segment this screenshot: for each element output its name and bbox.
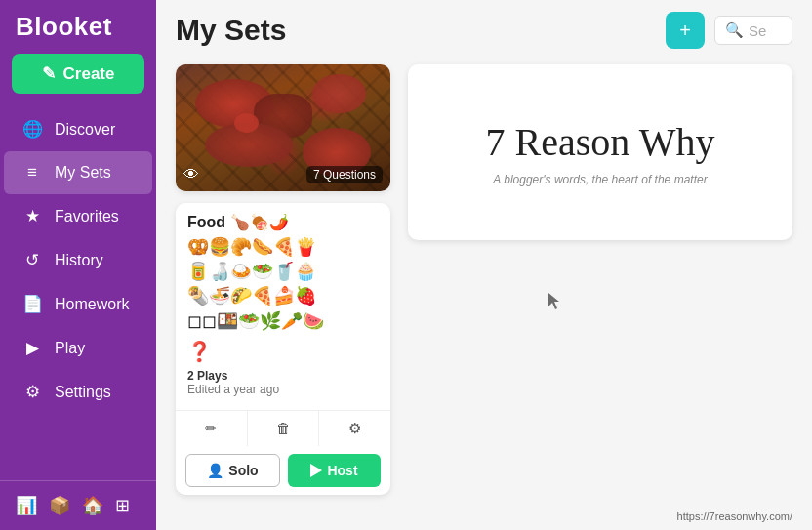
delete-button[interactable]: 🗑 xyxy=(248,411,320,446)
sidebar-label-history: History xyxy=(55,252,103,269)
gear-icon: ⚙ xyxy=(348,420,361,437)
header-right: + 🔍 Se xyxy=(666,12,792,49)
create-label: Create xyxy=(63,64,115,84)
card-image: 👁 7 Questions xyxy=(176,64,390,191)
sidebar-label-play: Play xyxy=(55,340,85,357)
play-count: 2 Plays xyxy=(187,369,227,383)
play-triangle-icon xyxy=(310,464,322,477)
discover-icon: 🌐 xyxy=(21,119,43,140)
sidebar-label-my-sets: My Sets xyxy=(55,164,111,182)
trash-icon: 🗑 xyxy=(276,420,291,436)
card-buttons: 👤 Solo Host xyxy=(176,446,390,495)
sidebar-item-homework[interactable]: 📄 Homework xyxy=(4,282,152,326)
sidebar-bottom: 📊 📦 🏠 ⊞ xyxy=(0,480,156,530)
settings-icon: ⚙ xyxy=(21,382,43,402)
box-icon[interactable]: 📦 xyxy=(49,495,70,516)
favorites-icon: ★ xyxy=(21,206,43,226)
add-set-button[interactable]: + xyxy=(666,12,705,49)
question-icon: ❓ xyxy=(187,340,379,363)
set-card-food: Food 🍗🍖🌶️ 🥨🍔🥐🌭🍕🍟 🥫🍶🍛🥗🥤🧁 🌯🍜🌮🍕🍰🍓 ◻◻🍱🥗🌿🥕🍉 ❓… xyxy=(176,203,390,495)
sidebar-item-my-sets[interactable]: ≡ My Sets xyxy=(4,151,152,194)
solo-icon: 👤 xyxy=(207,463,223,478)
pencil-icon: ✏ xyxy=(205,420,218,437)
sidebar-item-discover[interactable]: 🌐 Discover xyxy=(4,107,152,151)
card-meta: 2 Plays Edited a year ago xyxy=(187,369,379,396)
app-logo: Blooket xyxy=(0,0,156,54)
sidebar-item-play[interactable]: ▶ Play xyxy=(4,326,152,370)
search-icon: 🔍 xyxy=(725,21,744,39)
create-icon: ✎ xyxy=(42,63,56,84)
search-area[interactable]: 🔍 Se xyxy=(714,16,792,45)
sidebar-label-discover: Discover xyxy=(55,121,115,139)
homework-icon: 📄 xyxy=(21,294,43,314)
history-icon: ↺ xyxy=(21,250,43,270)
footer-url: https://7reasonwhy.com/ xyxy=(677,510,792,522)
search-placeholder: Se xyxy=(749,22,766,39)
cards-column: 👁 7 Questions Food 🍗🍖🌶️ 🥨🍔🥐🌭🍕🍟 🥫🍶🍛🥗🥤🧁 🌯 xyxy=(176,64,390,518)
sidebar: Blooket ✎ Create 🌐 Discover ≡ My Sets ★ … xyxy=(0,0,156,530)
sidebar-item-history[interactable]: ↺ History xyxy=(4,238,152,282)
card-body: Food 🍗🍖🌶️ 🥨🍔🥐🌭🍕🍟 🥫🍶🍛🥗🥤🧁 🌯🍜🌮🍕🍰🍓 ◻◻🍱🥗🌿🥕🍉 ❓… xyxy=(176,203,390,410)
preview-subtitle: A blogger's words, the heart of the matt… xyxy=(493,173,707,186)
eye-icon: 👁 xyxy=(183,166,199,183)
sidebar-item-favorites[interactable]: ★ Favorites xyxy=(4,194,152,238)
my-sets-icon: ≡ xyxy=(21,163,43,183)
plus-icon: + xyxy=(679,20,691,42)
host-button[interactable]: Host xyxy=(288,454,381,487)
sidebar-item-settings[interactable]: ⚙ Settings xyxy=(4,370,152,414)
food-emojis-title: 🍗🍖🌶️ xyxy=(230,214,289,230)
edit-time: Edited a year ago xyxy=(187,383,279,396)
stats-icon[interactable]: 📊 xyxy=(16,495,37,516)
edit-button[interactable]: ✏ xyxy=(176,411,248,446)
page-title: My Sets xyxy=(176,14,286,47)
sidebar-label-homework: Homework xyxy=(55,296,129,313)
home-icon[interactable]: 🏠 xyxy=(82,495,103,516)
create-button[interactable]: ✎ Create xyxy=(12,54,144,94)
sidebar-label-settings: Settings xyxy=(55,384,111,401)
solo-button[interactable]: 👤 Solo xyxy=(185,454,280,487)
card-title: Food 🍗🍖🌶️ xyxy=(187,213,379,231)
content-area: 👁 7 Questions Food 🍗🍖🌶️ 🥨🍔🥐🌭🍕🍟 🥫🍶🍛🥗🥤🧁 🌯 xyxy=(156,53,812,530)
card-actions: ✏ 🗑 ⚙ xyxy=(176,410,390,446)
set-card-grilled: 👁 7 Questions xyxy=(176,64,390,191)
host-label: Host xyxy=(327,463,357,478)
main-header: My Sets + 🔍 Se xyxy=(156,0,812,53)
sidebar-label-favorites: Favorites xyxy=(55,208,119,225)
main-content: My Sets + 🔍 Se xyxy=(156,0,812,530)
grid-icon[interactable]: ⊞ xyxy=(115,495,130,516)
emoji-grid: 🥨🍔🥐🌭🍕🍟 🥫🍶🍛🥗🥤🧁 🌯🍜🌮🍕🍰🍓 ◻◻🍱🥗🌿🥕🍉 xyxy=(187,235,379,334)
preview-card: 7 Reason Why A blogger's words, the hear… xyxy=(408,64,792,240)
preview-title: 7 Reason Why xyxy=(486,119,715,165)
solo-label: Solo xyxy=(228,463,258,478)
play-icon: ▶ xyxy=(21,338,43,358)
settings-button[interactable]: ⚙ xyxy=(319,411,390,446)
questions-badge: 7 Questions xyxy=(306,166,383,183)
